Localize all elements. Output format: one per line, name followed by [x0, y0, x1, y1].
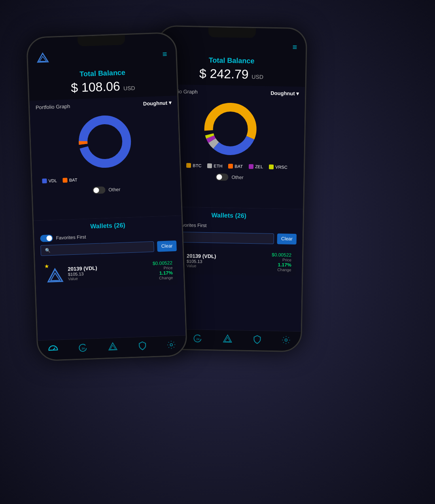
favorites-toggle-left[interactable]	[40, 234, 53, 242]
nav-shield-right[interactable]	[252, 335, 262, 344]
legend-item-eth-right: ETH	[207, 163, 222, 169]
chart-header-right: Portfolio Graph Doughnut ▾	[163, 88, 299, 97]
chart-label-left: Portfolio Graph	[36, 103, 70, 110]
menu-icon-right[interactable]: ≡	[292, 43, 298, 52]
balance-section-left: Total Balance $ 108.06 USD	[28, 65, 177, 101]
svg-text:24: 24	[81, 347, 85, 350]
legend-label-btc-right: BTC	[193, 163, 201, 168]
phones-container: ≡ Total Balance $ 108.06 USD Portfolio G…	[20, 15, 415, 489]
logo-left	[36, 51, 50, 66]
wallets-section-left: Wallets (26) Favorites First 🔍 Clear ★	[34, 216, 185, 340]
favorites-row-left: Favorites First	[40, 230, 176, 242]
svg-marker-20	[223, 335, 232, 342]
menu-icon-left[interactable]: ≡	[162, 49, 168, 59]
doughnut-right	[162, 96, 299, 162]
legend-label-bat-left: BAT	[69, 178, 78, 183]
balance-section-right: Total Balance $ 242.79 USD	[157, 53, 306, 87]
toggle-label-left: Other	[108, 187, 120, 193]
nav-refresh-right[interactable]: 24	[192, 333, 202, 343]
svg-point-22	[285, 339, 287, 341]
clear-btn-right[interactable]: Clear	[277, 233, 297, 244]
wallets-title-left: Wallets (26)	[40, 220, 176, 231]
svg-point-2	[82, 119, 127, 164]
legend-label-vrsc-right: VRSC	[275, 165, 287, 170]
legend-label-vdl-left: VDL	[48, 178, 57, 183]
wallet-balance-label-right: Value	[186, 263, 267, 269]
favorites-label-left: Favorites First	[56, 234, 86, 241]
balance-amount-left: $ 108.06 USD	[37, 77, 169, 97]
wallet-price-col-left: $0.00522 Price 1.17% Change	[153, 260, 173, 280]
legend-dot-btc-right	[186, 163, 191, 168]
nav-dashboard-left[interactable]	[48, 345, 59, 353]
legend-dot-vdl-left	[42, 178, 47, 183]
svg-marker-8	[109, 343, 117, 350]
legend-dot-zel-right	[249, 164, 253, 169]
settings-icon-left	[166, 340, 176, 350]
svg-point-10	[170, 343, 172, 346]
wallet-price-label-right: Price	[272, 257, 291, 262]
star-icon-left: ★	[44, 263, 50, 269]
legend-dot-eth-right	[207, 163, 212, 168]
doughnut-svg-right	[198, 97, 263, 161]
wallet-info-right: 20139 (VDL) $105.13 Value	[186, 253, 268, 269]
search-row-left: 🔍 Clear	[40, 240, 177, 256]
nav-vdl-left[interactable]	[107, 342, 119, 352]
wallet-change-right: 1.17%	[271, 261, 291, 267]
notch-left	[78, 35, 125, 46]
wallet-change-label-left: Change	[153, 275, 173, 280]
legend-dot-vrsc-right	[269, 165, 274, 169]
wallet-change-label-right: Change	[271, 267, 291, 272]
refresh-icon-left: 24	[78, 343, 88, 353]
nav-refresh-left[interactable]: 24	[78, 343, 88, 353]
legend-label-eth-right: ETH	[214, 163, 222, 168]
balance-value-right: $ 242.79	[199, 66, 249, 82]
settings-icon-right	[281, 335, 291, 345]
balance-currency-left: USD	[123, 85, 135, 91]
nav-shield-left[interactable]	[138, 341, 148, 351]
toggle-row-right: Other	[161, 171, 297, 184]
phone-left: ≡ Total Balance $ 108.06 USD Portfolio G…	[26, 32, 187, 362]
chart-type-btn-right[interactable]: Doughnut ▾	[270, 90, 299, 97]
toggle-label-right: Other	[231, 174, 243, 180]
legend-label-bat-right: BAT	[235, 164, 243, 169]
nav-vdl-right[interactable]	[222, 334, 233, 344]
wallet-info-left: 20139 (VDL) $105.13 Value	[68, 263, 149, 281]
legend-label-zel-right: ZEL	[255, 164, 263, 169]
vdl-icon-left	[107, 342, 119, 352]
screen-left: ≡ Total Balance $ 108.06 USD Portfolio G…	[27, 33, 186, 360]
wallet-logo-left	[46, 267, 64, 285]
svg-marker-4	[48, 269, 62, 282]
dashboard-icon-left	[48, 345, 59, 353]
notch-right	[208, 27, 256, 38]
legend-item-zel-right: ZEL	[249, 164, 263, 169]
chart-type-btn-left[interactable]: Doughnut ▾	[143, 100, 172, 107]
nav-settings-left[interactable]	[166, 340, 176, 350]
chart-section-left: Portfolio Graph Doughnut ▾	[29, 96, 181, 220]
shield-icon-left	[138, 341, 148, 351]
clear-btn-left[interactable]: Clear	[157, 240, 177, 252]
balance-value-left: $ 108.06	[71, 79, 121, 95]
search-input-left[interactable]: 🔍	[40, 241, 154, 256]
nav-settings-right[interactable]	[281, 335, 291, 345]
doughnut-svg-left	[72, 109, 137, 174]
doughnut-left	[36, 108, 174, 176]
legend-dot-bat-left	[63, 178, 68, 182]
legend-item-btc-right: BTC	[186, 163, 201, 168]
refresh-icon-right: 24	[192, 333, 202, 343]
shield-icon-right	[252, 335, 262, 344]
balance-title-right: Total Balance	[165, 55, 297, 66]
vdl-icon-right	[222, 334, 233, 344]
toggle-other-left[interactable]	[93, 186, 106, 194]
balance-amount-right: $ 242.79 USD	[165, 66, 298, 83]
legend-item-vdl-left: VDL	[42, 178, 57, 183]
legend-item-bat-left: BAT	[63, 178, 78, 183]
legend-dot-bat-right	[228, 164, 233, 169]
legend-item-bat-right: BAT	[228, 164, 243, 169]
wallet-price-right: $0.00522	[272, 252, 291, 258]
legend-item-vrsc-right: VRSC	[269, 165, 287, 170]
svg-text:24: 24	[196, 338, 199, 341]
toggle-other-right[interactable]	[216, 173, 228, 181]
search-icon-left: 🔍	[45, 248, 50, 253]
wallet-price-col-right: $0.00522 Price 1.17% Change	[271, 252, 291, 272]
wallet-item-left-0[interactable]: ★ 20139 (VDL) $105.13 Value $	[41, 255, 178, 289]
